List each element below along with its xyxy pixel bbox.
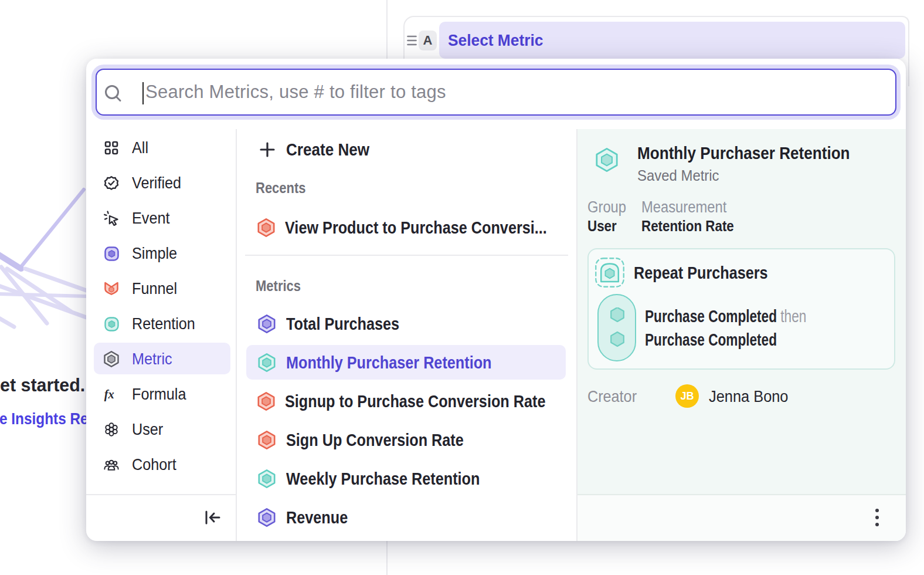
- svg-text:fx: fx: [104, 388, 114, 401]
